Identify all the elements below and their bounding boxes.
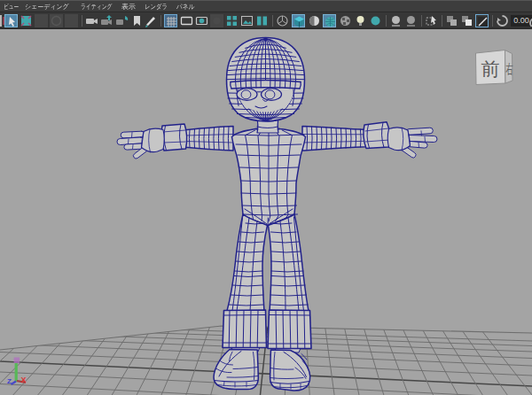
svg-text:前: 前 [481, 58, 500, 79]
svg-text:右: 右 [505, 61, 512, 76]
svg-text:Z: Z [7, 377, 12, 385]
svg-text:X: X [21, 376, 27, 384]
